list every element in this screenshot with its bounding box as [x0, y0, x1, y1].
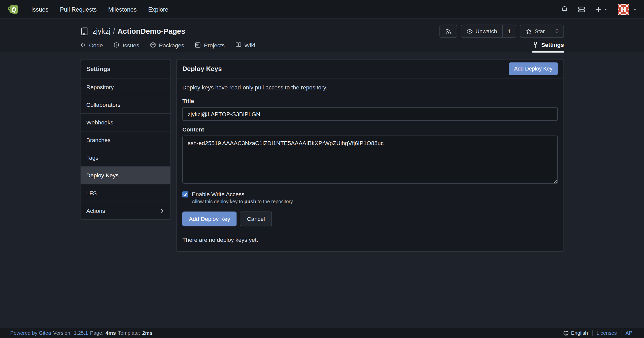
- tab-packages[interactable]: Packages: [150, 38, 184, 53]
- plus-icon: [595, 6, 602, 13]
- star-button-group: Star 0: [520, 25, 564, 38]
- chevron-right-icon: [159, 208, 165, 213]
- gitea-logo-icon[interactable]: [7, 3, 20, 16]
- title-field-label: Title: [182, 98, 558, 104]
- nav-milestones[interactable]: Milestones: [108, 6, 137, 13]
- panel-header: Deploy Keys Add Deploy Key: [177, 59, 563, 78]
- admin-panel-icon[interactable]: [578, 6, 585, 13]
- panel-title: Deploy Keys: [182, 65, 222, 72]
- tab-projects[interactable]: Projects: [195, 38, 225, 53]
- tab-wiki[interactable]: Wiki: [235, 38, 255, 53]
- helper-prefix: Allow this deploy key to: [192, 199, 245, 205]
- tab-code-label: Code: [89, 42, 103, 48]
- add-deploy-key-submit-button[interactable]: Add Deploy Key: [182, 212, 237, 226]
- add-deploy-key-header-button[interactable]: Add Deploy Key: [509, 62, 558, 75]
- version-label: Version:: [53, 330, 72, 336]
- deploy-keys-panel: Deploy Keys Add Deploy Key Deploy keys h…: [176, 59, 564, 252]
- settings-sidebar: Settings Repository Collaborators Webhoo…: [80, 59, 171, 220]
- nav-pull-requests[interactable]: Pull Requests: [60, 6, 97, 13]
- content-field-label: Content: [182, 126, 558, 133]
- tab-projects-label: Projects: [204, 42, 225, 48]
- rss-button[interactable]: [439, 25, 457, 38]
- book-icon: [235, 42, 241, 48]
- enable-write-access-label[interactable]: Enable Write Access: [192, 191, 245, 197]
- cancel-button[interactable]: Cancel: [240, 212, 272, 226]
- tab-issues[interactable]: Issues: [114, 38, 139, 53]
- title-input[interactable]: [182, 107, 558, 121]
- write-access-helper-text: Allow this deploy key to push to the rep…: [192, 199, 558, 205]
- repo-breadcrumb: zjykzj / ActionDemo-Pages: [92, 27, 185, 36]
- package-icon: [150, 42, 156, 48]
- sidebar-item-collaborators[interactable]: Collaborators: [81, 96, 171, 113]
- main-nav-links: Issues Pull Requests Milestones Explore: [31, 6, 168, 13]
- user-menu[interactable]: [618, 4, 637, 15]
- code-icon: [80, 42, 86, 48]
- repo-tabs: Code Issues Packages: [80, 38, 564, 53]
- sidebar-item-branches[interactable]: Branches: [81, 131, 171, 149]
- sidebar-header-settings: Settings: [81, 59, 171, 78]
- gitea-page: Issues Pull Requests Milestones Explore: [0, 0, 644, 338]
- unwatch-button[interactable]: Unwatch: [461, 25, 502, 37]
- sidebar-item-actions-label: Actions: [86, 208, 105, 214]
- eye-icon: [466, 28, 472, 34]
- deploy-keys-description: Deploy keys have read-only pull access t…: [182, 84, 558, 91]
- globe-icon: [563, 330, 569, 336]
- star-icon: [526, 28, 532, 34]
- version-link[interactable]: 1.25.1: [74, 330, 88, 336]
- sidebar-item-tags[interactable]: Tags: [81, 149, 171, 166]
- panel-body: Deploy keys have read-only pull access t…: [177, 78, 563, 251]
- tab-issues-label: Issues: [123, 42, 139, 48]
- helper-push: push: [244, 199, 256, 205]
- enable-write-access-checkbox[interactable]: [182, 191, 188, 197]
- repo-owner-link[interactable]: zjykzj: [92, 27, 111, 36]
- user-avatar[interactable]: [618, 4, 629, 15]
- licenses-link[interactable]: Licenses: [597, 330, 617, 336]
- sidebar-item-webhooks[interactable]: Webhooks: [81, 113, 171, 131]
- watch-button-group: Unwatch 1: [461, 25, 516, 38]
- template-time-label: Template:: [118, 330, 140, 336]
- watchers-count[interactable]: 1: [502, 25, 516, 37]
- language-label: English: [571, 330, 588, 336]
- nav-explore[interactable]: Explore: [148, 6, 168, 13]
- tab-packages-label: Packages: [159, 42, 184, 48]
- content-textarea[interactable]: ssh-ed25519 AAAAC3NzaC1lZDI1NTE5AAAAIBkX…: [182, 136, 558, 184]
- sidebar-item-deploy-keys[interactable]: Deploy Keys: [81, 166, 171, 184]
- rss-icon: [445, 28, 451, 34]
- api-link[interactable]: API: [625, 330, 634, 336]
- page-time-label: Page:: [90, 330, 104, 336]
- issue-icon: [114, 42, 120, 48]
- tab-settings-label: Settings: [541, 42, 564, 48]
- footer-divider: [592, 330, 593, 336]
- helper-suffix: to the repository.: [256, 199, 294, 205]
- project-board-icon: [195, 42, 201, 48]
- footer-info: Powered by Gitea Version: 1.25.1 Page: 4…: [10, 330, 153, 336]
- repo-action-buttons: Unwatch 1 Star 0: [439, 25, 564, 38]
- top-navbar: Issues Pull Requests Milestones Explore: [0, 0, 644, 19]
- tab-wiki-label: Wiki: [244, 42, 255, 48]
- sidebar-item-repository[interactable]: Repository: [81, 78, 171, 96]
- notifications-bell-icon[interactable]: [561, 6, 568, 13]
- write-access-row: Enable Write Access: [182, 191, 558, 197]
- footer-divider: [621, 330, 621, 336]
- nav-issues[interactable]: Issues: [31, 6, 48, 13]
- sidebar-item-actions[interactable]: Actions: [81, 202, 171, 219]
- form-buttons: Add Deploy Key Cancel: [182, 212, 558, 226]
- star-button[interactable]: Star: [520, 25, 550, 37]
- stars-count[interactable]: 0: [550, 25, 563, 37]
- language-selector[interactable]: English: [563, 330, 588, 336]
- unwatch-label: Unwatch: [476, 28, 497, 34]
- tab-code[interactable]: Code: [80, 38, 103, 53]
- repo-separator: /: [113, 27, 115, 36]
- page-time-value: 4ms: [106, 330, 116, 336]
- template-time-value: 2ms: [142, 330, 153, 336]
- repo-name-link[interactable]: ActionDemo-Pages: [117, 27, 185, 36]
- tab-settings[interactable]: Settings: [532, 38, 564, 53]
- caret-down-icon: [604, 7, 608, 11]
- sidebar-item-lfs[interactable]: LFS: [81, 184, 171, 202]
- repo-header: zjykzj / ActionDemo-Pages: [0, 19, 644, 53]
- page-footer: Powered by Gitea Version: 1.25.1 Page: 4…: [0, 328, 644, 338]
- footer-links: English Licenses API: [563, 330, 634, 336]
- create-new-button[interactable]: [595, 6, 608, 13]
- powered-by-gitea-link[interactable]: Powered by Gitea: [10, 330, 51, 336]
- repository-icon: [80, 27, 89, 36]
